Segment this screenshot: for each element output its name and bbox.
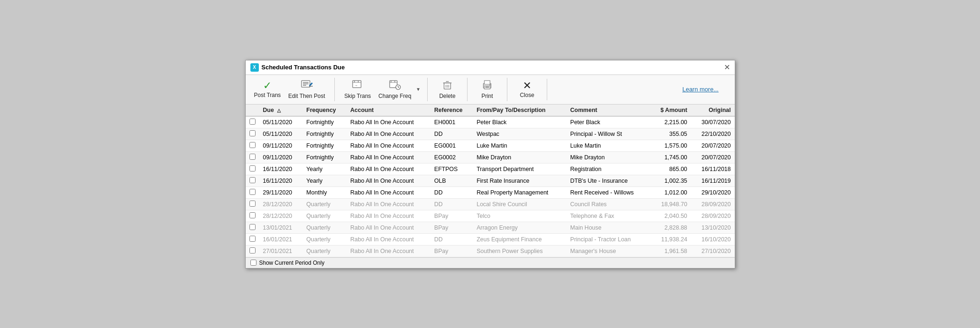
cell-amount: 2,215.00 <box>650 116 691 128</box>
col-header-account[interactable]: Account <box>347 104 430 116</box>
skip-group: → Skip Trans <box>340 78 428 101</box>
col-header-original[interactable]: Original <box>691 104 735 116</box>
table-row: 29/11/2020MonthlyRabo All In One Account… <box>246 186 735 198</box>
window-close-button[interactable]: ✕ <box>724 64 730 71</box>
skip-trans-label: Skip Trans <box>344 93 371 99</box>
skip-trans-button[interactable]: → Skip Trans <box>340 78 375 101</box>
cell-original: 13/10/2020 <box>691 222 735 233</box>
cell-from-pay-to: Arragon Energy <box>473 222 566 233</box>
row-checkbox[interactable] <box>249 212 256 218</box>
cell-comment: Peter Black <box>566 116 650 128</box>
learn-more-group: Learn more... <box>682 86 724 93</box>
change-freq-group: Change Freq ▼ <box>375 78 422 101</box>
edit-then-post-button[interactable]: Edit Then Post <box>285 78 329 101</box>
table-row: 28/12/2020QuarterlyRabo All In One Accou… <box>246 210 735 222</box>
show-current-period-label: Show Current Period Only <box>259 260 324 266</box>
delete-group: Delete <box>433 78 467 101</box>
row-checkbox[interactable] <box>249 201 256 207</box>
col-header-amount[interactable]: $ Amount <box>650 104 691 116</box>
cell-original: 22/10/2020 <box>691 128 735 140</box>
transactions-table: Due △ Frequency Account Reference From/P… <box>246 104 735 257</box>
cell-amount: 1,961.58 <box>650 245 691 257</box>
calendar-clock-icon <box>389 80 401 92</box>
row-checkbox-cell <box>246 245 259 257</box>
row-checkbox[interactable] <box>249 154 256 160</box>
cell-account: Rabo All In One Account <box>347 116 430 128</box>
row-checkbox[interactable] <box>249 189 256 195</box>
post-trans-button[interactable]: ✓ Post Trans <box>250 79 285 100</box>
cell-due: 16/01/2021 <box>259 233 303 245</box>
cell-frequency: Monthly <box>302 186 347 198</box>
cell-frequency: Fortnightly <box>302 151 347 163</box>
row-checkbox[interactable] <box>249 247 256 253</box>
col-header-reference[interactable]: Reference <box>430 104 473 116</box>
col-header-due[interactable]: Due △ <box>259 104 303 116</box>
status-bar: Show Current Period Only <box>246 257 735 268</box>
close-label: Close <box>520 92 535 98</box>
cell-comment: Council Rates <box>566 198 650 210</box>
svg-text:→: → <box>354 83 358 88</box>
cell-from-pay-to: Zeus Equipment Finance <box>473 233 566 245</box>
row-checkbox[interactable] <box>249 119 256 125</box>
table-row: 16/11/2020YearlyRabo All In One AccountE… <box>246 163 735 175</box>
cell-from-pay-to: Westpac <box>473 128 566 140</box>
cell-reference: DD <box>430 198 473 210</box>
cell-frequency: Quarterly <box>302 222 347 233</box>
cell-from-pay-to: Southern Power Supplies <box>473 245 566 257</box>
cell-original: 27/10/2020 <box>691 245 735 257</box>
row-checkbox-cell <box>246 222 259 233</box>
row-checkbox-cell <box>246 233 259 245</box>
x-close-icon: ✕ <box>523 81 531 91</box>
cell-account: Rabo All In One Account <box>347 163 430 175</box>
cell-reference: EH0001 <box>430 116 473 128</box>
print-button[interactable]: Print <box>473 78 501 101</box>
cell-frequency: Fortnightly <box>302 140 347 151</box>
cell-from-pay-to: Transport Department <box>473 163 566 175</box>
col-header-frequency[interactable]: Frequency <box>302 104 347 116</box>
cell-amount: 1,745.00 <box>650 151 691 163</box>
cell-due: 09/11/2020 <box>259 151 303 163</box>
cell-reference: EFTPOS <box>430 163 473 175</box>
show-current-period-checkbox[interactable] <box>250 260 256 266</box>
cell-from-pay-to: Mike Drayton <box>473 151 566 163</box>
cell-from-pay-to: First Rate Insurance <box>473 175 566 186</box>
svg-rect-25 <box>484 81 490 84</box>
cell-due: 29/11/2020 <box>259 186 303 198</box>
change-freq-dropdown-button[interactable]: ▼ <box>415 85 422 94</box>
col-header-comment[interactable]: Comment <box>566 104 650 116</box>
delete-label: Delete <box>439 93 456 99</box>
cell-amount: 18,948.70 <box>650 198 691 210</box>
row-checkbox[interactable] <box>249 236 256 242</box>
close-toolbar-button[interactable]: ✕ Close <box>513 79 541 100</box>
change-freq-button[interactable]: Change Freq <box>375 78 415 101</box>
cell-amount: 11,938.24 <box>650 233 691 245</box>
cell-frequency: Quarterly <box>302 198 347 210</box>
cell-frequency: Quarterly <box>302 245 347 257</box>
cell-original: 29/10/2020 <box>691 186 735 198</box>
title-bar-left: X Scheduled Transactions Due <box>250 63 345 72</box>
sort-arrow-due: △ <box>277 108 281 113</box>
row-checkbox[interactable] <box>249 142 256 148</box>
row-checkbox-cell <box>246 151 259 163</box>
cell-from-pay-to: Peter Black <box>473 116 566 128</box>
cell-account: Rabo All In One Account <box>347 128 430 140</box>
cell-comment: Rent Received - Willows <box>566 186 650 198</box>
delete-button[interactable]: Delete <box>433 78 461 101</box>
cell-due: 13/01/2021 <box>259 222 303 233</box>
cell-amount: 1,575.00 <box>650 140 691 151</box>
window-title: Scheduled Transactions Due <box>262 64 345 71</box>
table-row: 16/01/2021QuarterlyRabo All In One Accou… <box>246 233 735 245</box>
learn-more-link[interactable]: Learn more... <box>682 86 718 93</box>
row-checkbox[interactable] <box>249 224 256 230</box>
cell-frequency: Fortnightly <box>302 128 347 140</box>
row-checkbox[interactable] <box>249 130 256 136</box>
col-header-from-pay-to[interactable]: From/Pay To/Description <box>473 104 566 116</box>
cell-comment: Manager's House <box>566 245 650 257</box>
row-checkbox[interactable] <box>249 177 256 183</box>
cell-due: 05/11/2020 <box>259 116 303 128</box>
cell-comment: Telephone & Fax <box>566 210 650 222</box>
row-checkbox-cell <box>246 175 259 186</box>
row-checkbox[interactable] <box>249 165 256 171</box>
cell-reference: DD <box>430 128 473 140</box>
cell-comment: Luke Martin <box>566 140 650 151</box>
